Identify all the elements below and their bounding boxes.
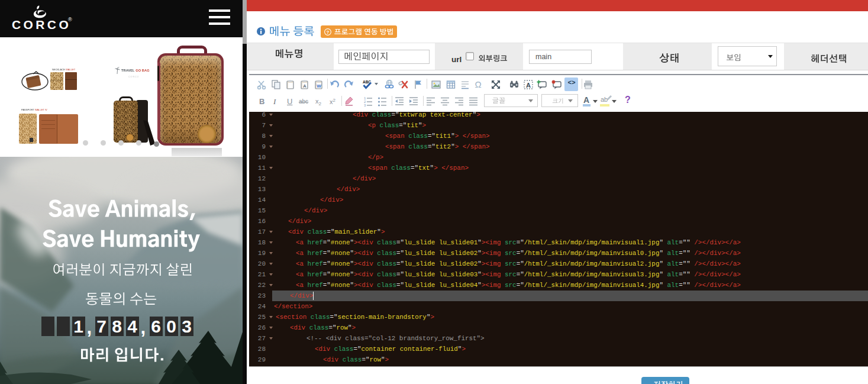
- svg-text:A: A: [526, 82, 531, 89]
- svg-text:A: A: [303, 83, 306, 89]
- svg-text:W: W: [317, 83, 321, 89]
- svg-text:Ω: Ω: [475, 79, 481, 89]
- svg-text:3: 3: [364, 104, 366, 107]
- svg-text:?: ?: [327, 30, 330, 35]
